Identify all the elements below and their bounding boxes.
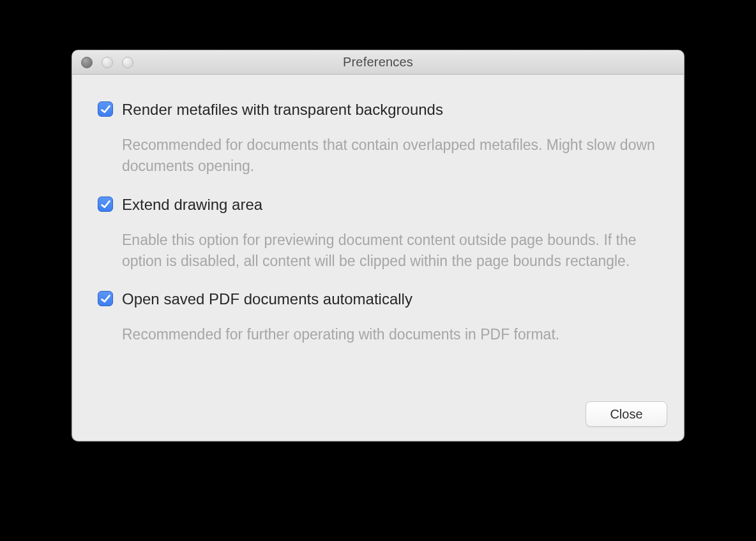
close-button[interactable]: Close: [586, 401, 667, 427]
option-label[interactable]: Open saved PDF documents automatically: [122, 290, 412, 309]
checkbox-open-saved-pdf[interactable]: [98, 291, 113, 306]
checkmark-icon: [100, 104, 111, 115]
option-description: Enable this option for previewing docume…: [122, 230, 662, 272]
preferences-window: Preferences Render metafiles with transp…: [72, 50, 684, 441]
window-controls: [81, 50, 133, 74]
minimize-window-icon: [102, 57, 113, 68]
preferences-content: Render metafiles with transparent backgr…: [72, 75, 684, 376]
option-label[interactable]: Extend drawing area: [122, 195, 262, 214]
option-render-metafiles: Render metafiles with transparent backgr…: [98, 100, 662, 177]
option-description: Recommended for further operating with d…: [122, 324, 662, 345]
window-title: Preferences: [343, 55, 413, 70]
option-extend-drawing-area: Extend drawing area Enable this option f…: [98, 195, 662, 272]
option-label[interactable]: Render metafiles with transparent backgr…: [122, 100, 443, 119]
option-open-saved-pdf: Open saved PDF documents automatically R…: [98, 290, 662, 345]
option-description: Recommended for documents that contain o…: [122, 135, 662, 177]
checkmark-icon: [100, 199, 111, 210]
close-window-icon[interactable]: [81, 57, 93, 68]
checkbox-extend-drawing-area[interactable]: [98, 196, 113, 212]
titlebar: Preferences: [72, 50, 684, 75]
checkmark-icon: [100, 293, 111, 304]
checkbox-render-metafiles[interactable]: [98, 101, 113, 117]
zoom-window-icon: [122, 57, 133, 68]
footer: Close: [586, 401, 667, 427]
